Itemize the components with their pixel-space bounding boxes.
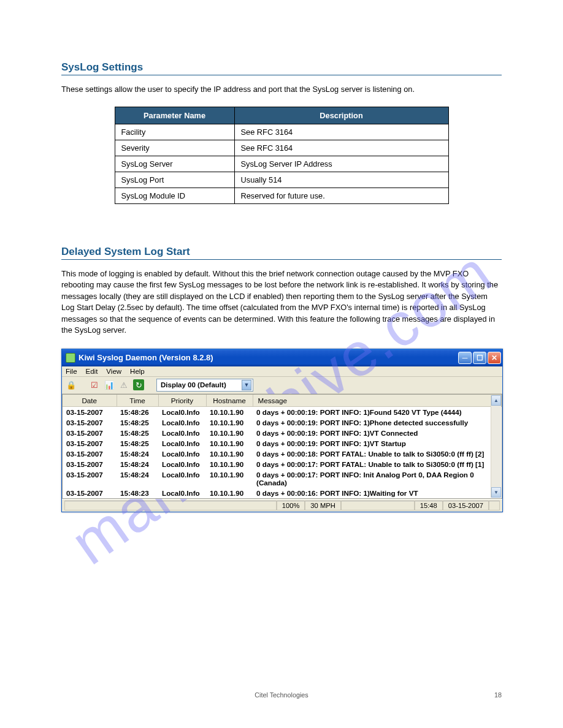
combo-value: Display 00 (Default): [161, 381, 226, 389]
display-combo[interactable]: Display 00 (Default) ▼: [156, 379, 253, 392]
footer-page: 18: [494, 691, 502, 699]
log-grid: Date Time Priority Hostname Message 03-1…: [63, 395, 502, 498]
section-title-syslog: SysLog Settings: [61, 61, 502, 75]
status-pct: 100%: [277, 501, 305, 510]
table-row: SysLog ServerSysLog Server IP Address: [115, 156, 448, 172]
lock-icon[interactable]: 🔒: [66, 379, 77, 390]
log-row[interactable]: 03-15-200715:48:25Local0.Info10.10.1.900…: [63, 417, 502, 428]
scroll-down-icon[interactable]: ▼: [491, 487, 501, 498]
statusbar: 100% 30 MPH 15:48 03-15-2007: [62, 499, 502, 512]
menu-view[interactable]: View: [106, 368, 121, 375]
status-date: 03-15-2007: [443, 501, 489, 510]
params-header-name: Parameter Name: [115, 107, 234, 124]
toolbar: 🔒 ☑ 📊 ⚠ ↻ Display 00 (Default) ▼: [62, 377, 502, 394]
app-window: Kiwi Syslog Daemon (Version 8.2.8) ─ ☐ ✕…: [61, 349, 503, 512]
col-priority[interactable]: Priority: [158, 395, 206, 407]
table-row: SeveritySee RFC 3164: [115, 140, 448, 156]
log-row[interactable]: 03-15-200715:48:23Local0.Info10.10.1.900…: [63, 488, 502, 498]
log-row[interactable]: 03-15-200715:48:24Local0.Info10.10.1.900…: [63, 469, 502, 488]
status-mph: 30 MPH: [305, 501, 340, 510]
menu-help[interactable]: Help: [130, 368, 145, 375]
section-title-delayed: Delayed System Log Start: [61, 246, 502, 260]
check-icon[interactable]: ☑: [89, 379, 100, 390]
table-row: FacilitySee RFC 3164: [115, 124, 448, 140]
scroll-up-icon[interactable]: ▲: [491, 395, 501, 406]
app-icon: [66, 353, 75, 363]
footer-center: Citel Technologies: [0, 691, 563, 699]
log-row[interactable]: 03-15-200715:48:24Local0.Info10.10.1.900…: [63, 449, 502, 459]
minimize-button[interactable]: ─: [458, 352, 472, 364]
table-row: SysLog Module IDReserved for future use.: [115, 188, 448, 203]
window-title: Kiwi Syslog Daemon (Version 8.2.8): [79, 353, 458, 362]
warning-icon[interactable]: ⚠: [118, 379, 129, 390]
col-hostname[interactable]: Hostname: [206, 395, 253, 407]
titlebar[interactable]: Kiwi Syslog Daemon (Version 8.2.8) ─ ☐ ✕: [62, 349, 502, 366]
menubar: File Edit View Help: [62, 366, 502, 377]
section-intro-syslog: These settings allow the user to specify…: [61, 84, 502, 96]
log-row[interactable]: 03-15-200715:48:26Local0.Info10.10.1.900…: [63, 406, 502, 417]
table-row: SysLog PortUsually 514: [115, 172, 448, 188]
col-date[interactable]: Date: [63, 395, 117, 407]
maximize-button[interactable]: ☐: [473, 352, 486, 364]
params-table: Parameter Name Description FacilitySee R…: [115, 107, 449, 204]
log-row[interactable]: 03-15-200715:48:25Local0.Info10.10.1.900…: [63, 438, 502, 449]
chart-icon[interactable]: 📊: [104, 379, 115, 390]
params-header-desc: Description: [234, 107, 448, 124]
menu-edit[interactable]: Edit: [86, 368, 98, 375]
log-row[interactable]: 03-15-200715:48:25Local0.Info10.10.1.900…: [63, 428, 502, 438]
scrollbar[interactable]: ▲ ▼: [491, 395, 501, 498]
menu-file[interactable]: File: [66, 368, 77, 375]
col-time[interactable]: Time: [117, 395, 158, 407]
refresh-icon[interactable]: ↻: [133, 379, 144, 390]
chevron-down-icon[interactable]: ▼: [242, 380, 251, 390]
close-button[interactable]: ✕: [488, 352, 501, 364]
col-message[interactable]: Message: [253, 395, 502, 407]
status-time: 15:48: [415, 501, 443, 510]
section-body-delayed: This mode of logging is enabled by defau…: [61, 268, 502, 336]
log-row[interactable]: 03-15-200715:48:24Local0.Info10.10.1.900…: [63, 459, 502, 469]
